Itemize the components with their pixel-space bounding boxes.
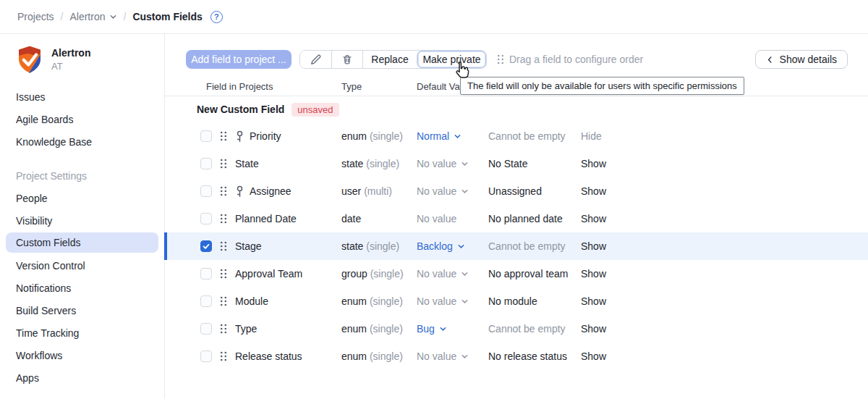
default-value-dropdown[interactable]: Backlog xyxy=(417,240,488,252)
show-hide-toggle[interactable]: Show xyxy=(581,213,868,224)
table-row-approval-team[interactable]: Approval Teamgroup (single)No valueNo ap… xyxy=(165,260,868,287)
field-type: user (multi) xyxy=(341,185,417,197)
row-checkbox[interactable] xyxy=(200,158,212,169)
field-name: Priority xyxy=(235,130,341,143)
sidebar-item-time-tracking[interactable]: Time Tracking xyxy=(6,322,158,344)
sidebar-item-people[interactable]: People xyxy=(6,187,158,209)
breadcrumb-projects[interactable]: Projects xyxy=(17,11,54,22)
edit-button[interactable] xyxy=(300,51,331,68)
show-hide-toggle[interactable]: Show xyxy=(581,350,868,362)
sidebar-item-knowledge-base[interactable]: Knowledge Base xyxy=(6,130,158,153)
sidebar-item-agile-boards[interactable]: Agile Boards xyxy=(6,108,158,130)
sidebar-item-label: Notifications xyxy=(16,282,71,294)
chevron-down-icon xyxy=(461,188,469,196)
default-value-dropdown[interactable]: No value xyxy=(417,158,488,169)
row-drag-handle[interactable] xyxy=(213,214,235,224)
sidebar-item-label: Knowledge Base xyxy=(16,136,92,148)
show-hide-toggle[interactable]: Show xyxy=(581,240,868,252)
row-checkbox[interactable] xyxy=(200,185,212,197)
row-drag-handle[interactable] xyxy=(213,269,235,279)
empty-value-text: No planned date xyxy=(488,213,581,224)
field-name: Approval Team xyxy=(235,268,341,280)
show-hide-toggle[interactable]: Show xyxy=(581,158,868,169)
default-value-dropdown[interactable]: Normal xyxy=(417,130,488,142)
row-drag-handle[interactable] xyxy=(213,296,235,306)
sidebar-item-custom-fields[interactable]: Custom Fields xyxy=(6,232,158,253)
empty-value-text: Cannot be empty xyxy=(488,323,581,335)
default-value-dropdown[interactable]: Bug xyxy=(417,323,488,335)
show-hide-toggle[interactable]: Show xyxy=(581,185,868,197)
help-icon[interactable]: ? xyxy=(210,11,223,23)
trash-icon xyxy=(341,53,354,66)
drag-hint-label: Drag a field to configure order xyxy=(509,54,643,65)
table-row-state[interactable]: Statestate (single)No valueNo StateShow xyxy=(165,150,868,177)
table-row-module[interactable]: Moduleenum (single)No valueNo moduleShow xyxy=(165,287,868,315)
table-row-planned-date[interactable]: Planned Datedate No valueNo planned date… xyxy=(165,205,868,232)
row-checkbox[interactable] xyxy=(200,213,212,224)
field-type: enum (single) xyxy=(341,350,417,362)
default-value-dropdown[interactable]: No value xyxy=(417,185,488,197)
sidebar-section-label: Project Settings xyxy=(6,164,158,187)
row-drag-handle[interactable] xyxy=(213,131,235,141)
row-checkbox[interactable] xyxy=(200,350,212,362)
sidebar: Alertron AT IssuesAgile BoardsKnowledge … xyxy=(0,34,165,399)
table-row-stage[interactable]: Stagestate (single)BacklogCannot be empt… xyxy=(165,232,868,260)
replace-button[interactable]: Replace xyxy=(362,51,417,68)
check-icon xyxy=(202,242,210,251)
sidebar-item-issues[interactable]: Issues xyxy=(6,85,158,108)
field-group-title: New Custom Field xyxy=(197,104,284,115)
make-private-button[interactable]: Make private xyxy=(417,51,486,68)
empty-value-text: No release status xyxy=(488,350,581,362)
row-checkbox[interactable] xyxy=(200,130,212,142)
row-checkbox[interactable] xyxy=(200,295,212,307)
sidebar-item-version-control[interactable]: Version Control xyxy=(6,254,158,277)
sidebar-item-build-servers[interactable]: Build Servers xyxy=(6,299,158,322)
default-value-dropdown[interactable]: No value xyxy=(417,350,488,362)
delete-button[interactable] xyxy=(331,51,362,68)
breadcrumb-project[interactable]: Alertron xyxy=(69,11,116,22)
chevron-down-icon xyxy=(439,325,447,333)
table-row-priority[interactable]: Priorityenum (single)NormalCannot be emp… xyxy=(165,122,868,150)
sidebar-item-label: Visibility xyxy=(16,215,52,227)
field-name: Type xyxy=(235,323,341,335)
empty-value-text: Unassigned xyxy=(488,185,581,197)
row-drag-handle[interactable] xyxy=(213,186,235,196)
table-row-release-status[interactable]: Release statusenum (single)No valueNo re… xyxy=(165,343,868,370)
drag-handle-icon xyxy=(220,186,227,196)
sidebar-item-notifications[interactable]: Notifications xyxy=(6,277,158,299)
field-type: state (single) xyxy=(341,158,417,169)
sidebar-item-workflows[interactable]: Workflows xyxy=(6,344,158,366)
breadcrumb-separator: / xyxy=(61,11,64,22)
default-value-dropdown[interactable]: No value xyxy=(417,268,488,280)
default-value-dropdown[interactable]: No value xyxy=(417,295,488,307)
sidebar-item-visibility[interactable]: Visibility xyxy=(6,209,158,232)
show-hide-toggle[interactable]: Hide xyxy=(581,130,868,142)
sidebar-item-apps[interactable]: Apps xyxy=(6,366,158,389)
row-drag-handle[interactable] xyxy=(213,241,235,251)
empty-value-text: No approval team xyxy=(488,268,581,280)
table-row-assignee[interactable]: Assigneeuser (multi)No valueUnassignedSh… xyxy=(165,177,868,205)
row-checkbox[interactable] xyxy=(200,268,212,280)
show-hide-toggle[interactable]: Show xyxy=(581,268,868,280)
show-hide-toggle[interactable]: Show xyxy=(581,295,868,307)
row-checkbox[interactable] xyxy=(200,323,212,335)
row-checkbox[interactable] xyxy=(200,240,212,252)
sidebar-item-label: Project Settings xyxy=(16,170,87,182)
table-row-type[interactable]: Typeenum (single)BugCannot be emptyShow xyxy=(165,315,868,343)
drag-handle-icon xyxy=(497,54,504,64)
app-window: Projects / Alertron / Custom Fields ? Al… xyxy=(0,0,868,399)
field-actions-group: Replace Make private xyxy=(299,50,487,69)
sidebar-item-label: Version Control xyxy=(16,260,85,272)
project-card: Alertron AT xyxy=(0,34,164,80)
row-drag-handle[interactable] xyxy=(213,159,235,169)
sidebar-item-label: Build Servers xyxy=(16,305,76,316)
tooltip: The field will only be available for use… xyxy=(460,77,744,95)
empty-value-text: No State xyxy=(488,158,581,169)
show-details-button[interactable]: Show details xyxy=(755,50,848,69)
row-drag-handle[interactable] xyxy=(213,351,235,361)
field-name: Stage xyxy=(235,240,341,252)
row-drag-handle[interactable] xyxy=(213,324,235,334)
add-field-button[interactable]: Add field to project ... xyxy=(186,50,292,69)
show-hide-toggle[interactable]: Show xyxy=(581,323,868,335)
breadcrumb-separator: / xyxy=(124,11,127,22)
